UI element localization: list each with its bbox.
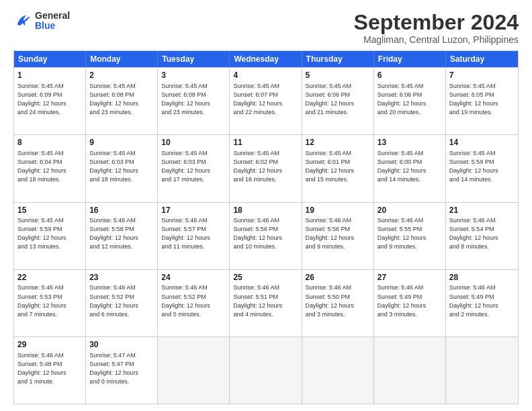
calendar-cell-2-2: 9Sunrise: 5:45 AM Sunset: 6:03 PM Daylig… — [86, 135, 158, 201]
day-number-13: 13 — [378, 137, 442, 148]
calendar-header: Sunday Monday Tuesday Wednesday Thursday… — [14, 51, 518, 67]
day-number-29: 29 — [17, 339, 82, 351]
day-info-14: Sunrise: 5:45 AM Sunset: 5:59 PM Dayligh… — [449, 149, 515, 184]
day-number-15: 15 — [17, 205, 82, 216]
day-info-17: Sunrise: 5:46 AM Sunset: 5:57 PM Dayligh… — [161, 216, 226, 251]
calendar-cell-5-4 — [230, 337, 302, 404]
day-number-5: 5 — [306, 70, 370, 81]
day-info-30: Sunrise: 5:47 AM Sunset: 5:47 PM Dayligh… — [89, 351, 154, 386]
calendar-row-5: 29Sunrise: 5:46 AM Sunset: 5:48 PM Dayli… — [14, 336, 518, 404]
day-info-10: Sunrise: 5:45 AM Sunset: 6:03 PM Dayligh… — [161, 149, 226, 184]
calendar-cell-1-2: 2Sunrise: 5:45 AM Sunset: 6:08 PM Daylig… — [86, 68, 158, 134]
day-number-6: 6 — [378, 70, 442, 81]
day-number-10: 10 — [161, 137, 226, 148]
day-info-8: Sunrise: 5:45 AM Sunset: 6:04 PM Dayligh… — [17, 149, 82, 184]
day-info-9: Sunrise: 5:45 AM Sunset: 6:03 PM Dayligh… — [89, 149, 154, 184]
day-number-24: 24 — [161, 272, 226, 283]
day-number-22: 22 — [17, 272, 82, 283]
day-info-22: Sunrise: 5:46 AM Sunset: 5:53 PM Dayligh… — [17, 283, 82, 318]
logo: General Blue — [13, 11, 70, 32]
calendar-row-1: 1Sunrise: 5:45 AM Sunset: 6:09 PM Daylig… — [14, 67, 518, 134]
calendar-cell-2-5: 12Sunrise: 5:45 AM Sunset: 6:01 PM Dayli… — [302, 135, 374, 201]
day-number-16: 16 — [89, 205, 154, 216]
logo-icon — [13, 11, 32, 30]
calendar-cell-3-6: 20Sunrise: 5:46 AM Sunset: 5:55 PM Dayli… — [374, 203, 446, 269]
day-number-3: 3 — [161, 70, 226, 81]
header-tuesday: Tuesday — [158, 51, 230, 67]
calendar-cell-4-2: 23Sunrise: 5:46 AM Sunset: 5:52 PM Dayli… — [86, 270, 158, 336]
logo-blue: Blue — [35, 21, 70, 31]
day-number-19: 19 — [306, 205, 370, 216]
subtitle: Magliman, Central Luzon, Philippines — [354, 34, 519, 45]
calendar-cell-5-5 — [302, 337, 374, 404]
day-number-8: 8 — [17, 137, 82, 148]
calendar-cell-1-1: 1Sunrise: 5:45 AM Sunset: 6:09 PM Daylig… — [14, 68, 86, 134]
day-number-2: 2 — [89, 70, 154, 81]
day-info-20: Sunrise: 5:46 AM Sunset: 5:55 PM Dayligh… — [378, 216, 442, 251]
calendar-cell-4-7: 28Sunrise: 5:46 AM Sunset: 5:49 PM Dayli… — [446, 270, 518, 336]
calendar-cell-1-6: 6Sunrise: 5:45 AM Sunset: 6:06 PM Daylig… — [374, 68, 446, 134]
main-title: September 2024 — [354, 11, 519, 34]
day-info-25: Sunrise: 5:46 AM Sunset: 5:51 PM Dayligh… — [233, 283, 298, 318]
header-friday: Friday — [374, 51, 446, 67]
calendar-cell-3-1: 15Sunrise: 5:45 AM Sunset: 5:59 PM Dayli… — [14, 203, 86, 269]
day-number-11: 11 — [233, 137, 298, 148]
day-info-7: Sunrise: 5:45 AM Sunset: 6:05 PM Dayligh… — [449, 82, 515, 117]
calendar-cell-1-5: 5Sunrise: 5:45 AM Sunset: 6:06 PM Daylig… — [302, 68, 374, 134]
day-info-16: Sunrise: 5:46 AM Sunset: 5:58 PM Dayligh… — [89, 216, 154, 251]
calendar-cell-2-6: 13Sunrise: 5:45 AM Sunset: 6:00 PM Dayli… — [374, 135, 446, 201]
calendar-cell-3-4: 18Sunrise: 5:46 AM Sunset: 5:56 PM Dayli… — [230, 203, 302, 269]
calendar-cell-5-3 — [158, 337, 230, 404]
day-info-6: Sunrise: 5:45 AM Sunset: 6:06 PM Dayligh… — [378, 82, 442, 117]
calendar-cell-2-3: 10Sunrise: 5:45 AM Sunset: 6:03 PM Dayli… — [158, 135, 230, 201]
day-number-30: 30 — [89, 339, 154, 351]
calendar-cell-4-3: 24Sunrise: 5:46 AM Sunset: 5:52 PM Dayli… — [158, 270, 230, 336]
day-info-19: Sunrise: 5:46 AM Sunset: 5:56 PM Dayligh… — [306, 216, 370, 251]
calendar-cell-4-1: 22Sunrise: 5:46 AM Sunset: 5:53 PM Dayli… — [14, 270, 86, 336]
calendar-row-3: 15Sunrise: 5:45 AM Sunset: 5:59 PM Dayli… — [14, 202, 518, 269]
day-number-14: 14 — [449, 137, 515, 148]
header-sunday: Sunday — [14, 51, 86, 67]
day-number-28: 28 — [449, 272, 515, 283]
calendar-cell-4-6: 27Sunrise: 5:46 AM Sunset: 5:49 PM Dayli… — [374, 270, 446, 336]
day-number-4: 4 — [233, 70, 298, 81]
calendar-cell-3-2: 16Sunrise: 5:46 AM Sunset: 5:58 PM Dayli… — [86, 203, 158, 269]
day-info-23: Sunrise: 5:46 AM Sunset: 5:52 PM Dayligh… — [89, 283, 154, 318]
calendar-cell-1-3: 3Sunrise: 5:45 AM Sunset: 6:08 PM Daylig… — [158, 68, 230, 134]
title-block: September 2024 Magliman, Central Luzon, … — [354, 11, 519, 45]
day-number-23: 23 — [89, 272, 154, 283]
day-number-20: 20 — [378, 205, 442, 216]
header-saturday: Saturday — [446, 51, 518, 67]
calendar: Sunday Monday Tuesday Wednesday Thursday… — [13, 50, 519, 404]
calendar-cell-2-7: 14Sunrise: 5:45 AM Sunset: 5:59 PM Dayli… — [446, 135, 518, 201]
day-number-27: 27 — [378, 272, 442, 283]
day-number-18: 18 — [233, 205, 298, 216]
calendar-cell-1-7: 7Sunrise: 5:45 AM Sunset: 6:05 PM Daylig… — [446, 68, 518, 134]
calendar-cell-3-3: 17Sunrise: 5:46 AM Sunset: 5:57 PM Dayli… — [158, 203, 230, 269]
header: General Blue September 2024 Magliman, Ce… — [13, 11, 519, 45]
calendar-cell-5-7 — [446, 337, 518, 404]
day-info-15: Sunrise: 5:45 AM Sunset: 5:59 PM Dayligh… — [17, 216, 82, 251]
day-info-3: Sunrise: 5:45 AM Sunset: 6:08 PM Dayligh… — [161, 82, 226, 117]
day-number-26: 26 — [306, 272, 370, 283]
day-info-21: Sunrise: 5:46 AM Sunset: 5:54 PM Dayligh… — [449, 216, 515, 251]
day-number-1: 1 — [17, 70, 82, 81]
day-number-12: 12 — [306, 137, 370, 148]
calendar-cell-3-5: 19Sunrise: 5:46 AM Sunset: 5:56 PM Dayli… — [302, 203, 374, 269]
day-info-24: Sunrise: 5:46 AM Sunset: 5:52 PM Dayligh… — [161, 283, 226, 318]
day-info-29: Sunrise: 5:46 AM Sunset: 5:48 PM Dayligh… — [17, 351, 82, 386]
day-info-27: Sunrise: 5:46 AM Sunset: 5:49 PM Dayligh… — [378, 283, 442, 318]
calendar-row-4: 22Sunrise: 5:46 AM Sunset: 5:53 PM Dayli… — [14, 269, 518, 336]
day-number-7: 7 — [449, 70, 515, 81]
day-info-5: Sunrise: 5:45 AM Sunset: 6:06 PM Dayligh… — [306, 82, 370, 117]
calendar-cell-5-2: 30Sunrise: 5:47 AM Sunset: 5:47 PM Dayli… — [86, 337, 158, 404]
day-info-1: Sunrise: 5:45 AM Sunset: 6:09 PM Dayligh… — [17, 82, 82, 117]
day-info-2: Sunrise: 5:45 AM Sunset: 6:08 PM Dayligh… — [89, 82, 154, 117]
calendar-cell-4-4: 25Sunrise: 5:46 AM Sunset: 5:51 PM Dayli… — [230, 270, 302, 336]
calendar-cell-1-4: 4Sunrise: 5:45 AM Sunset: 6:07 PM Daylig… — [230, 68, 302, 134]
calendar-cell-2-4: 11Sunrise: 5:45 AM Sunset: 6:02 PM Dayli… — [230, 135, 302, 201]
day-info-12: Sunrise: 5:45 AM Sunset: 6:01 PM Dayligh… — [306, 149, 370, 184]
header-wednesday: Wednesday — [230, 51, 302, 67]
calendar-body: 1Sunrise: 5:45 AM Sunset: 6:09 PM Daylig… — [14, 67, 518, 404]
day-info-4: Sunrise: 5:45 AM Sunset: 6:07 PM Dayligh… — [233, 82, 298, 117]
